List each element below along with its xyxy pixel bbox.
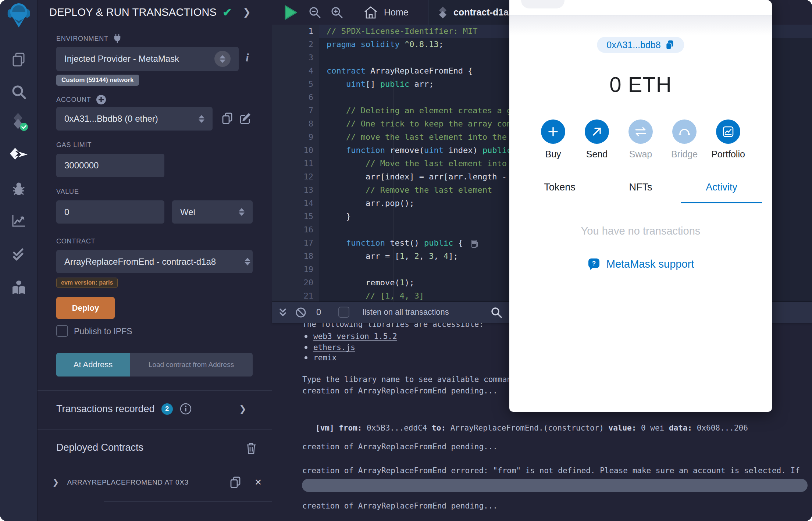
token: 1 (400, 251, 405, 261)
bridge-button[interactable]: Bridge (672, 119, 697, 160)
solidity-compiler-icon[interactable] (7, 110, 31, 133)
portfolio-button[interactable]: Portfolio (716, 119, 740, 160)
log-segment: from: (339, 424, 362, 432)
bullet-icon (304, 346, 307, 349)
token: function (346, 238, 390, 247)
account-label-row: ACCOUNT (56, 94, 107, 105)
library-link[interactable]: web3 version 1.5.2 (313, 332, 397, 341)
at-address-button[interactable]: At Address (56, 353, 130, 377)
truncated-header-button[interactable] (521, 0, 565, 8)
zoom-in-icon[interactable] (330, 6, 343, 19)
action-buttons-row: BuySendSwapBridgePortfolio (509, 119, 772, 160)
file-explorer-icon[interactable] (7, 48, 31, 72)
tab-home[interactable]: Home (354, 0, 418, 25)
log-segment: value: (609, 424, 637, 432)
deployed-contract-name: ARRAYREPLACEFROMEND AT 0X3 (67, 478, 229, 486)
deployed-contract-row[interactable]: ❯ ARRAYREPLACEFROMEND AT 0X3 ✕ (52, 474, 262, 491)
line-number: 5 (272, 78, 313, 91)
run-script-play-icon[interactable] (283, 4, 298, 21)
debugger-icon[interactable] (7, 177, 31, 201)
terminal-vm-log-line[interactable]: [vm] from: 0x5B3...eddC4 to: ArrayReplac… (316, 423, 812, 433)
action-label: Swap (629, 149, 652, 160)
log-segment: data: (669, 424, 692, 432)
line-number: 1 (272, 25, 313, 38)
home-icon (363, 6, 378, 19)
solidity-file-icon (438, 6, 448, 19)
expand-chevron-icon[interactable]: ❯ (52, 478, 59, 487)
log-segment: to: (432, 424, 446, 432)
value-unit-select[interactable]: Wei (172, 200, 253, 224)
sign-message-icon[interactable] (239, 112, 252, 125)
listen-transactions-label: listen on all transactions (363, 307, 449, 317)
token: 3 (429, 251, 434, 261)
learneth-icon[interactable] (7, 276, 31, 300)
gas-estimate-icon[interactable] (463, 237, 478, 250)
token (327, 291, 366, 300)
token: public (380, 79, 409, 89)
mm-swap-icon (628, 119, 653, 144)
collapse-terminal-icon[interactable] (277, 307, 288, 318)
tab-nfts[interactable]: NFTs (600, 182, 681, 203)
indent-guide (393, 210, 393, 223)
buy-button[interactable]: Buy (541, 119, 565, 160)
deploy-and-run-icon[interactable] (7, 143, 31, 167)
zoom-out-icon[interactable] (308, 6, 321, 19)
clear-deployed-trash-icon[interactable] (246, 442, 257, 454)
divider (104, 501, 272, 502)
gas-limit-input[interactable]: 3000000 (56, 154, 164, 177)
token: 1 (400, 278, 405, 287)
token: public (482, 146, 512, 155)
line-number: 10 (272, 144, 313, 157)
info-icon[interactable] (179, 403, 192, 415)
value-input[interactable]: 0 (56, 200, 164, 224)
transactions-recorded-row[interactable]: Transactions recorded 2 (56, 403, 192, 415)
indent-guide (393, 223, 393, 236)
token: arr[index] = arr[arr.length - 1]; (327, 172, 526, 181)
listen-transactions-checkbox[interactable] (338, 307, 349, 318)
deploy-button[interactable]: Deploy (56, 297, 115, 319)
environment-label-row: ENVIRONMENT (56, 34, 122, 43)
token: index) (444, 146, 482, 155)
tab-tokens[interactable]: Tokens (519, 182, 600, 203)
search-icon[interactable] (7, 80, 31, 104)
token (327, 132, 346, 142)
remove-contract-icon[interactable]: ✕ (254, 477, 262, 488)
environment-select[interactable]: Injected Provider - MetaMask (56, 47, 239, 71)
clear-console-icon[interactable] (295, 307, 307, 318)
token (327, 106, 346, 115)
library-link[interactable]: ethers.js (313, 343, 355, 352)
transactions-expand-chevron-icon[interactable]: ❯ (239, 404, 246, 414)
at-address-input[interactable]: Load contract from Address (130, 353, 253, 377)
solidity-unit-testing-icon[interactable] (7, 242, 31, 265)
terminal-horizontal-scrollbar[interactable] (302, 479, 808, 492)
metamask-support-link[interactable]: ? MetaMask support (509, 257, 772, 271)
publish-ipfs-checkbox[interactable] (56, 325, 68, 337)
support-label: MetaMask support (606, 258, 694, 270)
add-account-icon[interactable] (96, 94, 107, 105)
account-select[interactable]: 0xA31...Bbdb8 (0 ether) (56, 107, 213, 131)
contract-value: ArrayReplaceFromEnd - contract-d1a8 (64, 257, 245, 267)
token: remove( (390, 146, 424, 155)
copy-address-icon[interactable] (229, 476, 241, 489)
indent-guide (393, 263, 393, 276)
tab-activity[interactable]: Activity (681, 182, 762, 203)
action-label: Buy (545, 149, 561, 160)
solidity-analyzers-icon[interactable] (7, 209, 31, 232)
transactions-count-badge: 2 (161, 403, 173, 415)
panel-collapse-chevron-icon[interactable]: ❯ (243, 7, 251, 18)
log-segment: 0 wei (636, 424, 669, 432)
token: // [1, 4, 3] (366, 291, 424, 300)
contract-select[interactable]: ArrayReplaceFromEnd - contract-d1a8 (56, 250, 253, 273)
send-button[interactable]: Send (585, 119, 609, 160)
token: arr; (409, 79, 434, 89)
chevron-updown-icon (214, 51, 231, 67)
page-title: DEPLOY & RUN TRANSACTIONS (49, 6, 217, 18)
environment-info-icon[interactable]: i (246, 51, 249, 64)
network-badge: Custom (59144) network (56, 75, 139, 86)
copy-account-icon[interactable] (221, 112, 233, 125)
swap-button[interactable]: Swap (628, 119, 653, 160)
line-number: 8 (272, 117, 313, 131)
terminal-search-icon[interactable] (491, 307, 502, 318)
account-address-pill[interactable]: 0xA31...bdb8 (597, 37, 684, 53)
log-segment: [vm] (316, 424, 339, 432)
